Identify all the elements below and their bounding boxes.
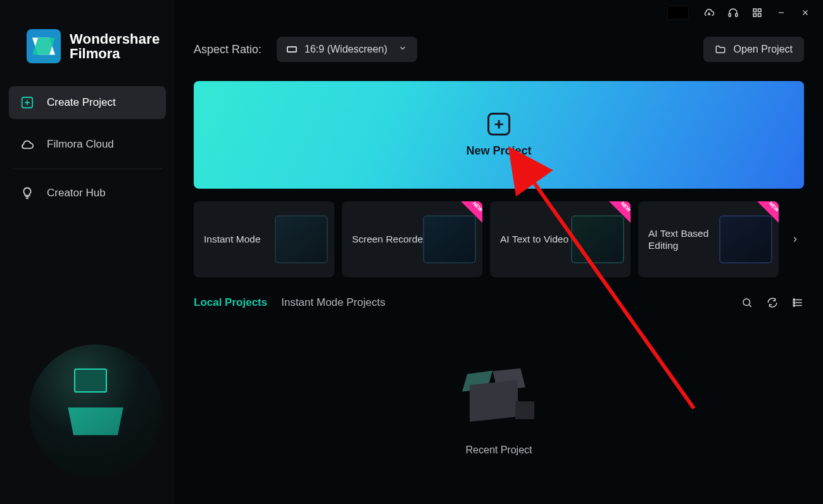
refresh-icon[interactable] [766, 296, 779, 309]
sidebar-item-create-project[interactable]: Create Project [9, 86, 166, 119]
svg-rect-6 [758, 9, 762, 12]
aspect-ratio-label: Aspect Ratio: [194, 43, 261, 56]
main-content: Aspect Ratio: 16:9 (Widescreen) Open Pro… [175, 0, 823, 504]
window-titlebar [175, 0, 823, 25]
recent-projects-empty-state: Recent Project [175, 309, 823, 504]
sidebar-divider [13, 168, 162, 169]
new-badge-icon [609, 201, 631, 223]
card-title: Instant Mode [204, 233, 261, 245]
new-badge-icon [461, 201, 482, 223]
cloud-icon [20, 137, 34, 151]
plus-square-icon [487, 113, 510, 135]
mode-cards-row: Instant Mode Screen Recorder AI Text to … [194, 201, 804, 277]
ratio-rect-icon [287, 46, 297, 53]
brand-name-1: Wondershare [70, 32, 160, 46]
chevron-down-icon [398, 44, 407, 55]
open-project-button[interactable]: Open Project [703, 37, 804, 62]
chevron-right-icon [791, 235, 800, 244]
account-placeholder[interactable] [667, 6, 689, 20]
new-project-button[interactable]: New Project [194, 81, 804, 189]
card-ai-text-based-editing[interactable]: AI Text Based Editing [638, 201, 779, 277]
apps-grid-icon[interactable] [751, 6, 763, 19]
sidebar-nav: Create Project Filmora Cloud Creator Hub [0, 68, 175, 210]
svg-rect-7 [753, 14, 757, 17]
headphones-icon[interactable] [727, 6, 739, 19]
window-close-icon[interactable] [799, 6, 812, 19]
search-icon[interactable] [741, 296, 753, 309]
card-art-icon [275, 215, 328, 263]
card-screen-recorder[interactable]: Screen Recorder [342, 201, 482, 277]
card-instant-mode[interactable]: Instant Mode [194, 201, 334, 277]
cards-next-button[interactable] [786, 201, 804, 277]
aspect-ratio-value: 16:9 (Widescreen) [305, 44, 387, 55]
svg-rect-3 [729, 14, 731, 17]
lightbulb-icon [20, 186, 34, 200]
svg-rect-11 [793, 302, 795, 303]
sidebar-item-label: Filmora Cloud [47, 138, 114, 151]
top-toolbar: Aspect Ratio: 16:9 (Widescreen) Open Pro… [175, 25, 823, 62]
svg-rect-10 [793, 299, 795, 300]
tab-instant-mode-projects[interactable]: Instant Mode Projects [281, 296, 385, 309]
window-minimize-icon[interactable] [775, 6, 788, 19]
plus-square-icon [20, 96, 34, 110]
sidebar-item-filmora-cloud[interactable]: Filmora Cloud [9, 128, 166, 161]
svg-rect-8 [758, 14, 762, 17]
cloud-download-icon[interactable] [703, 6, 715, 19]
svg-rect-4 [736, 14, 738, 17]
card-title: AI Text Based Editing [648, 227, 724, 252]
card-ai-text-to-video[interactable]: AI Text to Video [490, 201, 631, 277]
brand-name-2: Filmora [70, 46, 160, 61]
sidebar-item-label: Creator Hub [47, 187, 106, 199]
filmora-logo-icon [27, 29, 61, 63]
recent-project-label: Recent Project [466, 444, 532, 456]
aspect-ratio-select[interactable]: 16:9 (Widescreen) [277, 37, 417, 62]
empty-box-icon [461, 357, 537, 433]
projects-tabs: Local Projects Instant Mode Projects [194, 296, 804, 309]
tab-local-projects[interactable]: Local Projects [194, 296, 267, 309]
svg-rect-12 [793, 305, 795, 306]
sidebar: Wondershare Filmora Create Project Filmo… [0, 0, 175, 504]
svg-point-9 [743, 299, 750, 306]
sidebar-item-creator-hub[interactable]: Creator Hub [9, 177, 166, 210]
list-view-icon[interactable] [791, 296, 804, 309]
card-title: Screen Recorder [352, 233, 426, 245]
svg-rect-5 [753, 9, 757, 12]
folder-icon [715, 44, 726, 55]
card-title: AI Text to Video [500, 233, 569, 245]
open-project-label: Open Project [734, 44, 793, 55]
new-badge-icon [757, 201, 779, 223]
promo-illustration [29, 344, 162, 477]
app-logo: Wondershare Filmora [0, 0, 175, 68]
sidebar-item-label: Create Project [47, 96, 116, 109]
new-project-label: New Project [466, 144, 531, 158]
